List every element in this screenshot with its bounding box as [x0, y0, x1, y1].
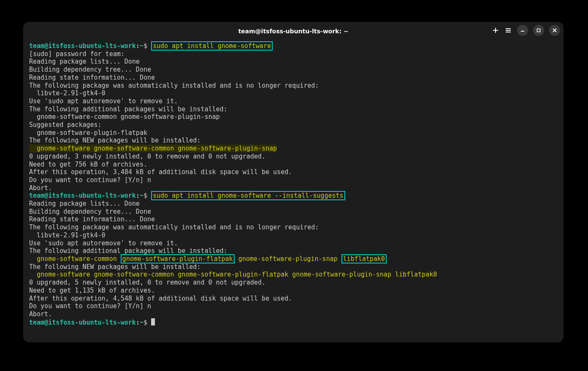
output-line: libvte-2.91-gtk4-0: [29, 231, 106, 239]
prompt-path: ~: [140, 192, 144, 199]
output-line: gnome-software-common gnome-software-plu…: [29, 113, 220, 121]
prompt-user: team@itsfoss-ubuntu-lts-work: [29, 42, 136, 50]
highlighted-command-2: sudo apt install gnome-software --instal…: [151, 191, 345, 200]
prompt-path: ~: [140, 42, 144, 50]
prompt-sep: :: [136, 42, 140, 50]
output-line: Building dependency tree... Done: [29, 66, 151, 73]
new-tab-button[interactable]: [492, 27, 499, 34]
prompt-user: team@itsfoss-ubuntu-lts-work: [29, 192, 136, 199]
pkg-mid: gnome-software-plugin-snap: [235, 255, 341, 263]
cursor-icon: [151, 318, 155, 325]
output-line: gnome-software-plugin-flatpak: [29, 129, 147, 137]
pkg-name: gnome-software-plugin-flatpak: [122, 255, 233, 263]
window-controls: [492, 25, 560, 36]
prompt-dollar: $: [144, 319, 147, 326]
command-text: sudo apt install gnome-software: [153, 42, 271, 50]
prompt-sep: :: [136, 192, 140, 199]
output-line: Abort.: [29, 310, 52, 318]
output-line: [sudo] password for team:: [29, 50, 128, 58]
output-line: Use 'sudo apt autoremove' to remove it.: [29, 97, 178, 105]
prompt-sep: :: [136, 319, 140, 326]
pkg-name: libflatpak0: [343, 255, 385, 263]
output-line: Need to get 1,135 kB of archives.: [29, 287, 155, 294]
output-line: Do you want to continue? [Y/n] n: [29, 176, 151, 184]
output-line: Need to get 756 kB of archives.: [29, 161, 147, 168]
output-line: The following NEW packages will be insta…: [29, 137, 201, 144]
output-line: libvte-2.91-gtk4-0: [29, 89, 106, 97]
prompt-dollar: $: [144, 192, 147, 199]
maximize-button[interactable]: [533, 25, 544, 36]
output-line: 0 upgraded, 3 newly installed, 0 to remo…: [29, 153, 266, 160]
output-line: After this operation, 3,484 kB of additi…: [29, 168, 292, 176]
window-title: team@itsfoss-ubuntu-lts-work: ~: [238, 28, 348, 35]
output-line: Reading state information... Done: [29, 74, 155, 81]
highlighted-pkg-libflatpak: libflatpak0: [341, 254, 387, 263]
svg-rect-0: [537, 29, 540, 32]
output-line: Building dependency tree... Done: [29, 208, 151, 215]
output-line: Use 'sudo apt autoremove' to remove it.: [29, 239, 178, 247]
pkg-prefix: gnome-software-common: [29, 255, 121, 263]
close-button[interactable]: [549, 25, 560, 36]
output-line: 0 upgraded, 5 newly installed, 0 to remo…: [29, 279, 266, 286]
output-line: Reading state information... Done: [29, 215, 155, 223]
output-line: The following additional packages will b…: [29, 105, 228, 113]
output-line: Suggested packages:: [29, 121, 102, 129]
output-line: Do you want to continue? [Y/n] n: [29, 302, 151, 310]
command-text: sudo apt install gnome-software --instal…: [153, 192, 344, 199]
hamburger-menu-button[interactable]: [504, 27, 512, 34]
terminal-window: team@itsfoss-ubuntu-lts-work: ~ team@its…: [23, 22, 564, 342]
prompt-path: ~: [140, 319, 144, 326]
output-line: The following additional packages will b…: [29, 247, 228, 255]
terminal-body[interactable]: team@itsfoss-ubuntu-lts-work:~$ sudo apt…: [23, 40, 564, 342]
titlebar: team@itsfoss-ubuntu-lts-work: ~: [23, 22, 564, 40]
output-line: The following package was automatically …: [29, 223, 319, 231]
output-line: The following NEW packages will be insta…: [29, 263, 201, 271]
new-packages-line: gnome-software gnome-software-common gno…: [29, 145, 277, 152]
output-line: The following package was automatically …: [29, 82, 319, 89]
output-line: Reading package lists... Done: [29, 58, 140, 65]
highlighted-command-1: sudo apt install gnome-software: [151, 41, 273, 51]
output-line: Reading package lists... Done: [29, 200, 140, 207]
minimize-button[interactable]: [517, 25, 528, 36]
output-line: Abort.: [29, 184, 52, 192]
prompt-user: team@itsfoss-ubuntu-lts-work: [29, 319, 136, 326]
prompt-dollar: $: [144, 42, 147, 50]
new-packages-line: gnome-software gnome-software-common gno…: [29, 271, 437, 278]
output-line: After this operation, 4,548 kB of additi…: [29, 295, 292, 302]
highlighted-pkg-flatpak: gnome-software-plugin-flatpak: [121, 254, 235, 263]
